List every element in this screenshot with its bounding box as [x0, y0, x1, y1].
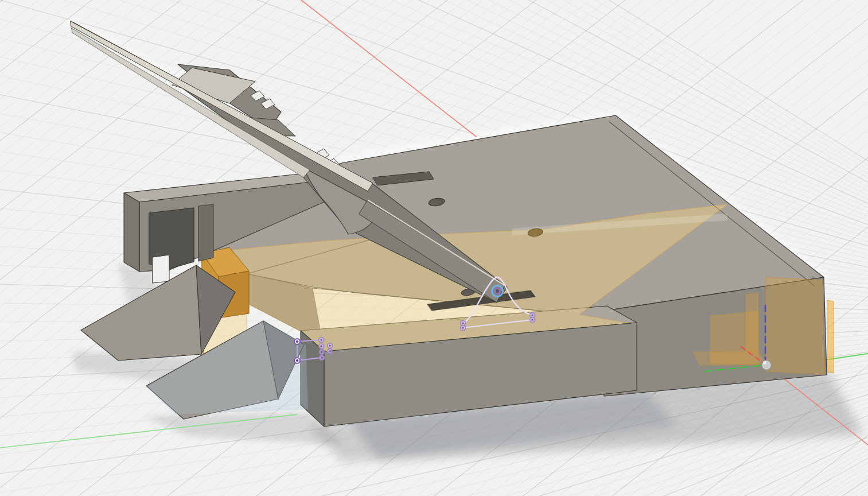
sketch-corner-points-dot [329, 345, 331, 347]
origin-sphere-highlight [763, 361, 766, 365]
grid-line-minor [0, 0, 145, 496]
sketch-corner-points-dot [321, 346, 322, 347]
sketch-corner-endpoints-dot [296, 359, 298, 362]
cad-viewport[interactable] [0, 0, 868, 496]
grid-line-minor [0, 0, 21, 496]
grid-line-major [0, 479, 868, 496]
grid-line-minor [0, 0, 74, 496]
rail-through-hole[interactable] [153, 255, 169, 283]
sketch-corner-endpoints-dot [296, 340, 298, 343]
sketch-corner-points-dot [321, 357, 323, 359]
pivot-point-center[interactable] [496, 289, 499, 293]
sketch-corner-points-dot [321, 351, 323, 353]
origin-plane-large[interactable] [766, 277, 824, 374]
grid-line-major [0, 458, 868, 496]
grid-line-minor [0, 0, 868, 165]
scene-svg [0, 0, 868, 496]
x-axis-red-far[interactable] [301, 0, 476, 137]
sketch-bell-points-dot [462, 322, 464, 324]
sketch-bell-points-dot [531, 314, 533, 316]
sketch-corner-points-dot [329, 351, 331, 352]
grid-line-minor [0, 0, 38, 496]
sketch-bell-points-dot [462, 327, 464, 328]
grid-line-minor [0, 0, 127, 496]
grid-line-minor [0, 0, 110, 496]
sketch-bell-points-dot [531, 319, 533, 320]
grid-line-major [0, 0, 3, 496]
origin-plane-narrow[interactable] [746, 293, 758, 353]
origin-sphere[interactable] [762, 361, 772, 370]
grid-line-minor [0, 454, 868, 496]
rail-inner-wall[interactable] [198, 204, 213, 261]
origin-plane-sliver-outside[interactable] [827, 300, 834, 373]
rail-left-end[interactable] [124, 193, 139, 272]
origin-plane-floor[interactable] [693, 351, 767, 366]
blade-lower-band[interactable] [72, 28, 310, 177]
sketch-corner-points-dot [321, 339, 322, 341]
grid-line-minor [861, 0, 868, 496]
